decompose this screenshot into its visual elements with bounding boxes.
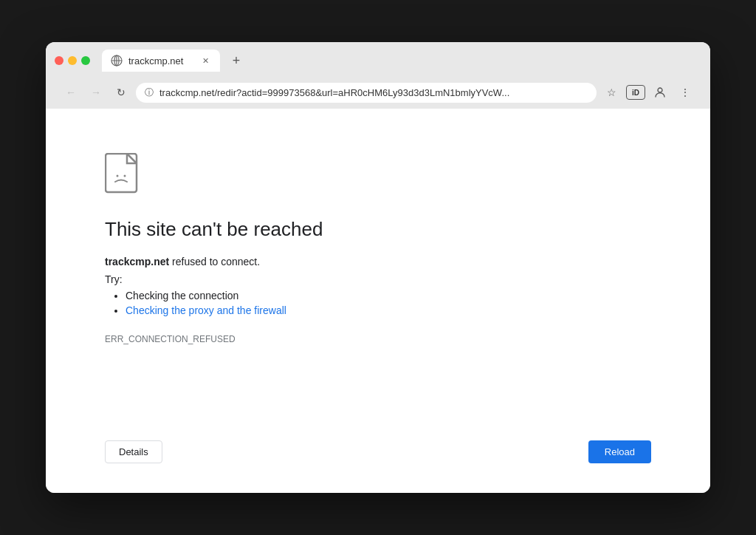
browser-window: trackcmp.net ✕ + ← → ↻ ⓘ trackcmp.net/re… (46, 42, 710, 493)
svg-point-4 (658, 88, 662, 92)
suggestion-text-1: Checking the connection (126, 290, 238, 301)
page-footer: Details Reload (105, 426, 651, 463)
tab-title: trackcmp.net (128, 55, 193, 67)
url-text: trackcmp.net/redir?actid=999973568&url=a… (159, 87, 588, 98)
title-bar: trackcmp.net ✕ + ← → ↻ ⓘ trackcmp.net/re… (46, 42, 710, 109)
error-icon (105, 153, 143, 197)
tab-close-button[interactable]: ✕ (199, 55, 211, 67)
suggestion-item-2: Checking the proxy and the firewall (126, 304, 651, 316)
page-content: This site can't be reached trackcmp.net … (46, 109, 710, 493)
new-tab-button[interactable]: + (226, 50, 247, 71)
error-description-rest: refused to connect. (169, 256, 260, 268)
info-icon: ⓘ (145, 86, 154, 99)
close-button[interactable] (55, 56, 63, 65)
bookmark-icon[interactable]: ☆ (601, 82, 622, 103)
active-tab[interactable]: trackcmp.net ✕ (102, 50, 220, 72)
account-icon[interactable] (650, 82, 670, 103)
svg-point-6 (117, 175, 119, 177)
svg-point-7 (124, 175, 126, 177)
id-button[interactable]: iD (626, 85, 645, 100)
error-description: trackcmp.net refused to connect. (105, 256, 651, 268)
try-label: Try: (105, 273, 651, 285)
error-domain: trackcmp.net (105, 256, 169, 268)
details-button[interactable]: Details (105, 440, 162, 463)
minimize-button[interactable] (68, 56, 77, 65)
suggestions-list: Checking the connection Checking the pro… (105, 290, 651, 319)
suggestion-item-1: Checking the connection (126, 290, 651, 301)
error-title: This site can't be reached (105, 218, 651, 241)
address-bar-row: ← → ↻ ⓘ trackcmp.net/redir?actid=9999735… (55, 78, 701, 109)
reload-nav-button[interactable]: ↻ (111, 82, 131, 103)
address-bar[interactable]: ⓘ trackcmp.net/redir?actid=999973568&url… (136, 83, 597, 103)
back-button[interactable]: ← (61, 82, 81, 103)
error-code: ERR_CONNECTION_REFUSED (105, 334, 651, 344)
tab-favicon-icon (111, 55, 123, 67)
tab-row: trackcmp.net ✕ + (55, 50, 701, 72)
maximize-button[interactable] (81, 56, 90, 65)
forward-button[interactable]: → (86, 82, 106, 103)
traffic-lights (55, 56, 90, 65)
menu-icon[interactable]: ⋮ (675, 82, 695, 103)
reload-button[interactable]: Reload (588, 440, 651, 463)
proxy-firewall-link[interactable]: Checking the proxy and the firewall (126, 304, 286, 316)
